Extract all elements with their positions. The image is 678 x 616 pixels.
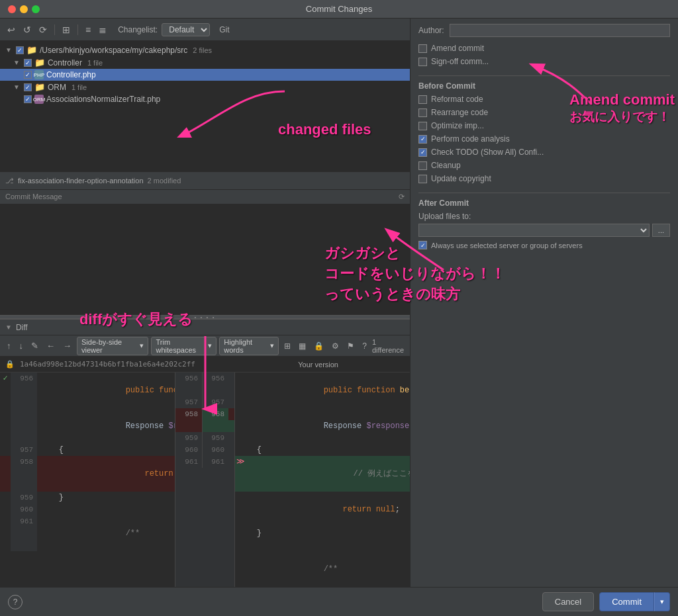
perform-analysis-label: Perform code analysis [431,134,510,144]
chevron-down-icon: ▾ [270,341,274,350]
perform-analysis-checkbox[interactable]: ✓ [418,135,427,144]
highlight-words-dropdown[interactable]: Highlight words ▾ [219,337,279,355]
line-content: /** [37,515,175,551]
minimize-button[interactable] [20,5,28,13]
right-panel: Author: Amend commit Sign-off comm... Be… [411,19,678,587]
diff-count: 1 difference [372,338,406,354]
php-file-icon: PHP [34,70,44,79]
commit-button[interactable]: Commit [599,592,654,611]
root-checkbox[interactable]: ✓ [16,46,24,54]
reformat-label: Reformat code [431,95,483,104]
line-content: return null; [235,492,410,527]
tree-root[interactable]: ▼ ✓ 📁 /Users/hkinjyo/workspace/my/cakeph… [0,44,410,56]
trim-whitespaces-dropdown[interactable]: Trim whitespaces ▾ [151,337,217,355]
close-button[interactable] [8,5,16,13]
diff-edit-btn[interactable]: ✎ [28,339,41,352]
controller-file-count: 1 file [87,59,103,67]
changelist-label: Changelist: [118,25,158,34]
line-num: 957 [11,444,37,456]
line-num: 956 [11,373,37,408]
signoff-commit-row: Sign-off comm... [418,57,670,66]
associations-checkbox[interactable]: ✓ [24,95,32,103]
diff-flag-icon[interactable]: ⚑ [344,340,357,352]
chevron-down-icon: ▼ [5,46,12,54]
author-input[interactable] [450,24,670,37]
diff-back-btn[interactable]: ← [44,339,58,352]
refresh-icon[interactable]: ⟳ [37,23,49,36]
line-content: { [235,444,410,456]
reformat-row: Reformat code [418,95,670,104]
diff-section: ▼ Diff ↑ ↓ ✎ ← → Side-by-side viewer ▾ T… [0,319,410,587]
main-content: ↩ ↺ ⟳ ⊞ ≡ ≣ Changelist: Default Git ▼ ✓ … [0,19,678,587]
lock-icon: 🔒 [5,360,15,369]
diff-right-panel: public function beforeRedirect(Event $ev… [235,373,410,587]
diff-right-line-959: } [235,527,410,539]
diff-help-icon[interactable]: ? [360,340,369,352]
controller-php-checkbox[interactable]: ✓ [24,71,32,79]
version-label: Your version [298,361,405,369]
changelist-select[interactable]: Default [162,23,210,36]
controller-php-label: Controller.php [46,70,96,79]
window-controls[interactable] [8,5,40,13]
check-todo-checkbox[interactable]: ✓ [418,148,427,157]
undo-icon[interactable]: ↺ [21,23,33,36]
diff-chevron-icon: ▼ [5,324,12,331]
collapse-icon[interactable]: ≣ [97,23,109,36]
rearrange-label: Rearrange code [431,108,488,117]
controller-checkbox[interactable]: ✓ [24,59,32,67]
controller-folder-label: Controller [48,58,82,67]
toolbar-separator2 [77,24,78,35]
folder-icon: 📁 [34,82,45,92]
diff-right-line-958-ret: return null; [235,492,410,527]
upload-more-btn[interactable]: ... [652,224,670,237]
cleanup-label: Cleanup [431,161,461,170]
upload-select[interactable] [418,224,650,237]
diff-up-btn[interactable]: ↑ [4,339,14,352]
commit-dropdown-button[interactable]: ▾ [654,592,670,611]
signoff-checkbox[interactable] [418,58,427,66]
commit-message-input[interactable] [0,204,410,315]
rearrange-checkbox[interactable] [418,109,427,117]
back-icon[interactable]: ↩ [5,23,17,36]
tree-file-controller-php[interactable]: ✓ PHP Controller.php [0,69,410,81]
orm-folder-label: ORM [48,83,66,92]
diff-lock-icon[interactable]: 🔒 [311,340,326,352]
update-copyright-label: Update copyright [431,174,491,183]
branch-bar: ⎇ fix-association-finder-option-annotati… [0,171,410,190]
always-use-checkbox[interactable]: ✓ [418,241,427,249]
diff-fwd-btn[interactable]: → [60,339,74,352]
maximize-button[interactable] [32,5,40,13]
cleanup-checkbox[interactable] [418,161,427,170]
diff-down-btn[interactable]: ↓ [17,339,26,352]
diff-grid-icon[interactable]: ▦ [296,340,309,352]
line-content: } [235,527,410,539]
diff-right-line-958-added: ≫ // 例えばここをいじってみる [235,456,410,492]
main-toolbar: ↩ ↺ ⟳ ⊞ ≡ ≣ Changelist: Default Git [0,19,410,41]
diff-gear-icon[interactable]: ⚙ [329,340,342,352]
amend-commit-checkbox[interactable] [418,44,427,53]
cancel-button[interactable]: Cancel [542,592,594,611]
help-button[interactable]: ? [8,595,23,609]
check-todo-label: Check TODO (Show All) Confi... [431,148,544,157]
section-divider2 [418,193,670,193]
expand-icon[interactable]: ≡ [83,23,93,36]
upload-label: Upload files to: [418,212,670,221]
tree-file-associations[interactable]: ✓ ORM AssociationsNormalizerTrait.php [0,93,410,105]
group-icon[interactable]: ⊞ [60,23,72,36]
diff-columns-icon[interactable]: ⊞ [281,340,293,352]
line-content: return null; [37,456,175,492]
reformat-checkbox[interactable] [418,95,427,104]
side-by-side-dropdown[interactable]: Side-by-side viewer ▾ [77,337,148,355]
update-copyright-checkbox[interactable] [418,175,427,183]
chevron-down-icon: ▾ [140,341,144,350]
diff-right-line-957: { [235,444,410,456]
side-by-side-label: Side-by-side viewer [81,338,137,354]
trim-ws-label: Trim whitespaces [156,338,205,354]
file-hash: 1a46ad998e12bd47314b6bf1fba1e6a4e202c2ff [20,360,195,369]
tree-folder-controller[interactable]: ▼ ✓ 📁 Controller 1 file [0,56,410,69]
orm-checkbox[interactable]: ✓ [24,83,32,91]
optimize-checkbox[interactable] [418,122,427,130]
line-content [37,504,175,515]
git-label: Git [219,25,229,34]
tree-folder-orm[interactable]: ▼ ✓ 📁 ORM 1 file [0,81,410,93]
